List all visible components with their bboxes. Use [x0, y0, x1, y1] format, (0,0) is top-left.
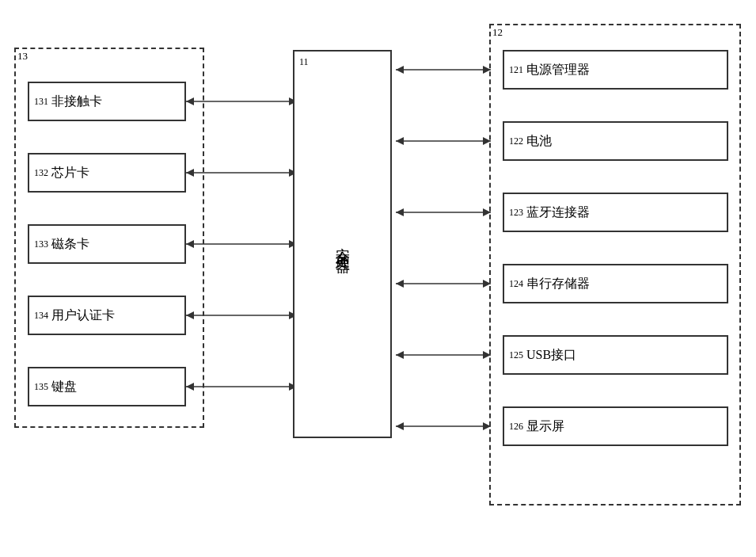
num-135: 135: [34, 381, 48, 393]
comp-124: 124 串行存储器: [503, 264, 728, 303]
svg-marker-23: [396, 208, 404, 216]
num-131: 131: [34, 96, 48, 108]
text-132: 芯片卡: [51, 165, 89, 181]
svg-marker-32: [396, 422, 404, 430]
comp-133: 133 磁条卡: [28, 224, 186, 264]
num-134: 134: [34, 310, 48, 322]
comp-131: 131 非接触卡: [28, 82, 186, 121]
svg-marker-17: [396, 66, 404, 74]
comp-135: 135 键盘: [28, 367, 186, 406]
center-text: 安全处理器: [332, 236, 353, 252]
num-124: 124: [509, 278, 523, 290]
diagram: 13 131 非接触卡 132 芯片卡 133 磁条卡 134 用户认证卡 13…: [0, 0, 756, 557]
svg-marker-29: [396, 351, 404, 359]
num-122: 122: [509, 135, 523, 147]
text-131: 非接触卡: [51, 93, 102, 110]
num-121: 121: [509, 64, 523, 76]
comp-122: 122 电池: [503, 121, 728, 161]
text-124: 串行存储器: [526, 276, 590, 292]
center-processor: 11 安全处理器: [293, 50, 392, 438]
comp-126: 126 显示屏: [503, 406, 728, 446]
num-132: 132: [34, 167, 48, 179]
comp-121: 121 电源管理器: [503, 50, 728, 90]
svg-marker-26: [396, 280, 404, 288]
svg-marker-20: [396, 137, 404, 145]
group-13-label: 13: [17, 50, 28, 63]
text-123: 蓝牙连接器: [526, 204, 590, 221]
text-135: 键盘: [51, 379, 77, 395]
num-126: 126: [509, 421, 523, 433]
num-11: 11: [299, 56, 309, 68]
num-123: 123: [509, 207, 523, 219]
num-125: 125: [509, 349, 523, 361]
text-133: 磁条卡: [51, 236, 89, 253]
group-12-label: 12: [492, 26, 503, 39]
text-121: 电源管理器: [526, 62, 590, 78]
num-133: 133: [34, 238, 48, 250]
comp-123: 123 蓝牙连接器: [503, 193, 728, 232]
text-134: 用户认证卡: [51, 307, 115, 324]
comp-132: 132 芯片卡: [28, 153, 186, 193]
text-122: 电池: [526, 133, 552, 150]
text-125: USB接口: [526, 347, 576, 364]
comp-134: 134 用户认证卡: [28, 296, 186, 335]
text-126: 显示屏: [526, 418, 564, 435]
comp-125: 125 USB接口: [503, 335, 728, 375]
